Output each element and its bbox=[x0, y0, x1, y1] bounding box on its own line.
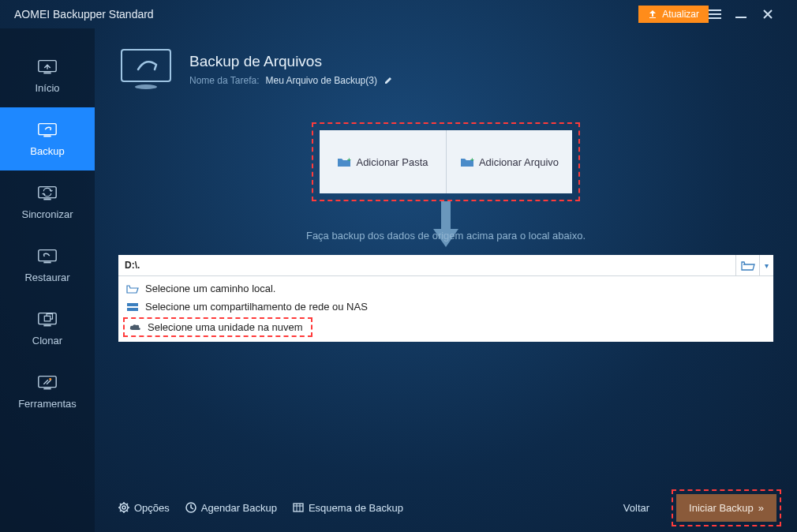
source-select-highlight: + Adicionar Pasta + Adicionar Arquivo bbox=[312, 122, 580, 201]
start-backup-highlight: Iniciar Backup » bbox=[672, 489, 781, 526]
upgrade-button[interactable]: Atualizar bbox=[638, 6, 709, 23]
svg-rect-5 bbox=[43, 72, 51, 73]
sidebar: Início Backup Sincronizar Restaurar Clon… bbox=[0, 28, 95, 532]
destination-option-label: Selecione uma unidade na nuvem bbox=[148, 321, 303, 333]
sync-icon bbox=[36, 185, 58, 202]
add-file-button[interactable]: + Adicionar Arquivo bbox=[446, 130, 572, 193]
cloud-icon bbox=[129, 323, 141, 332]
upload-icon bbox=[648, 9, 657, 19]
options-button[interactable]: Opções bbox=[118, 502, 170, 514]
sidebar-item-clone[interactable]: Clonar bbox=[0, 297, 95, 360]
destination-dropdown-button[interactable]: ▾ bbox=[759, 255, 773, 275]
page-header: Backup de Arquivos Nome da Tarefa: Meu A… bbox=[118, 47, 773, 91]
titlebar: AOMEI Backupper Standard Atualizar bbox=[0, 0, 797, 28]
sidebar-item-label: Backup bbox=[30, 145, 64, 157]
sidebar-item-label: Sincronizar bbox=[21, 208, 73, 220]
source-hint-text: Faça backup dos dados de origem acima pa… bbox=[306, 230, 586, 242]
svg-rect-3 bbox=[735, 17, 746, 18]
main-content: Backup de Arquivos Nome da Tarefa: Meu A… bbox=[95, 28, 797, 532]
folder-plus-icon: + bbox=[337, 156, 351, 167]
destination-option-label: Selecione um compartilhamento de rede ou… bbox=[145, 301, 368, 313]
sidebar-item-backup[interactable]: Backup bbox=[0, 107, 95, 170]
scheme-icon bbox=[293, 502, 304, 513]
svg-rect-16 bbox=[43, 388, 51, 389]
file-backup-hero-icon bbox=[118, 47, 174, 91]
sidebar-item-home[interactable]: Início bbox=[0, 44, 95, 107]
edit-task-name-button[interactable] bbox=[384, 76, 393, 85]
menu-button[interactable] bbox=[709, 9, 735, 19]
svg-rect-1 bbox=[709, 13, 721, 15]
minimize-button[interactable] bbox=[735, 9, 762, 20]
schedule-label: Agendar Backup bbox=[201, 502, 277, 514]
svg-rect-12 bbox=[39, 313, 56, 324]
sidebar-item-restore[interactable]: Restaurar bbox=[0, 234, 95, 297]
options-label: Opções bbox=[134, 502, 170, 514]
clock-icon bbox=[185, 502, 196, 513]
clone-icon bbox=[36, 311, 58, 328]
destination-option-local[interactable]: Selecione um caminho local. bbox=[118, 279, 773, 298]
home-icon bbox=[36, 58, 58, 76]
svg-text:+: + bbox=[347, 156, 351, 163]
task-name-value: Meu Arquivo de Backup(3) bbox=[266, 75, 377, 86]
destination-option-cloud[interactable]: Selecione uma unidade na nuvem bbox=[125, 320, 306, 335]
backup-icon bbox=[36, 122, 58, 139]
add-folder-button[interactable]: + Adicionar Pasta bbox=[320, 130, 446, 193]
add-file-label: Adicionar Arquivo bbox=[479, 156, 559, 168]
close-button[interactable] bbox=[762, 9, 789, 20]
svg-point-15 bbox=[49, 377, 51, 380]
sidebar-item-label: Restaurar bbox=[24, 272, 69, 283]
destination-path-row: D:\. ▾ bbox=[118, 255, 773, 275]
sidebar-item-tools[interactable]: Ferramentas bbox=[0, 360, 95, 423]
task-label: Nome da Tarefa: bbox=[189, 75, 260, 86]
svg-rect-11 bbox=[43, 261, 51, 263]
destination-options-list: Selecione um caminho local. Selecione um… bbox=[118, 275, 773, 342]
restore-icon bbox=[36, 248, 58, 265]
svg-rect-2 bbox=[709, 17, 721, 19]
upgrade-label: Atualizar bbox=[662, 9, 699, 20]
browse-destination-button[interactable] bbox=[735, 255, 759, 275]
destination-option-cloud-highlight: Selecione uma unidade na nuvem bbox=[123, 317, 312, 337]
add-folder-label: Adicionar Pasta bbox=[356, 156, 428, 168]
file-plus-icon: + bbox=[460, 156, 474, 167]
svg-rect-14 bbox=[39, 376, 56, 387]
nas-icon bbox=[126, 302, 139, 312]
svg-rect-26 bbox=[294, 504, 303, 511]
svg-text:+: + bbox=[470, 156, 474, 163]
page-title: Backup de Arquivos bbox=[189, 53, 393, 70]
tools-icon bbox=[36, 374, 58, 392]
svg-rect-7 bbox=[43, 135, 51, 137]
start-backup-label: Iniciar Backup bbox=[689, 502, 754, 514]
chevron-right-icon: » bbox=[758, 502, 764, 514]
schedule-button[interactable]: Agendar Backup bbox=[185, 502, 277, 514]
back-button[interactable]: Voltar bbox=[623, 502, 649, 514]
svg-rect-10 bbox=[39, 249, 56, 260]
destination-option-label: Selecione um caminho local. bbox=[145, 283, 275, 294]
flow-arrow-icon bbox=[430, 201, 462, 249]
destination-panel: D:\. ▾ Selecione um caminho local. bbox=[118, 255, 773, 342]
start-backup-button[interactable]: Iniciar Backup » bbox=[676, 494, 776, 522]
sidebar-item-sync[interactable]: Sincronizar bbox=[0, 170, 95, 234]
svg-point-24 bbox=[122, 506, 125, 509]
folder-open-icon bbox=[126, 284, 139, 294]
scheme-label: Esquema de Backup bbox=[309, 502, 403, 514]
svg-rect-17 bbox=[122, 50, 170, 81]
gear-icon bbox=[118, 502, 129, 513]
footer-bar: Opções Agendar Backup Esquema de Backup … bbox=[95, 483, 797, 532]
sidebar-item-label: Clonar bbox=[32, 335, 62, 347]
app-title: AOMEI Backupper Standard bbox=[14, 8, 154, 21]
sidebar-item-label: Início bbox=[35, 82, 59, 94]
task-name-row: Nome da Tarefa: Meu Arquivo de Backup(3) bbox=[189, 75, 393, 86]
svg-rect-21 bbox=[127, 303, 138, 306]
svg-point-18 bbox=[135, 84, 157, 89]
svg-rect-13 bbox=[43, 324, 51, 326]
svg-rect-22 bbox=[127, 308, 138, 311]
destination-option-nas[interactable]: Selecione um compartilhamento de rede ou… bbox=[118, 298, 773, 316]
sidebar-item-label: Ferramentas bbox=[18, 398, 77, 410]
svg-rect-6 bbox=[39, 123, 56, 134]
destination-path-value: D:\. bbox=[125, 260, 140, 271]
scheme-button[interactable]: Esquema de Backup bbox=[293, 502, 403, 514]
app-window: AOMEI Backupper Standard Atualizar Iníci… bbox=[0, 0, 797, 532]
svg-rect-9 bbox=[43, 198, 51, 200]
svg-rect-0 bbox=[709, 9, 721, 11]
